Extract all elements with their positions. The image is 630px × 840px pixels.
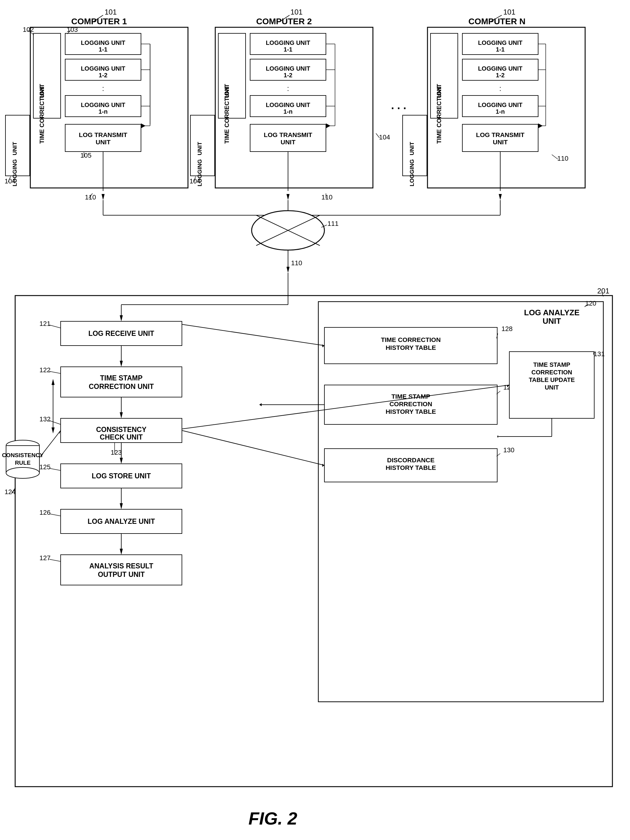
svg-text:1-2: 1-2 [284,72,292,79]
main-diagram-svg: COMPUTER 1 101 TIME CORRECTION UNIT 102 … [0,0,630,840]
svg-point-193 [6,440,39,451]
svg-text:CORRECTION: CORRECTION [532,369,572,376]
svg-text:LOGGING: LOGGING [11,159,18,186]
svg-rect-152 [509,352,594,418]
svg-text:HISTORY TABLE: HISTORY TABLE [386,408,436,415]
svg-point-119 [252,211,324,250]
svg-text:LOGGING UNIT: LOGGING UNIT [81,39,126,46]
svg-text:122: 122 [39,366,51,374]
svg-text:LOG RECEIVE UNIT: LOG RECEIVE UNIT [88,330,154,337]
svg-rect-45 [250,33,326,55]
svg-rect-214 [61,509,182,534]
svg-text:120: 120 [585,300,596,307]
svg-text:LOGGING UNIT: LOGGING UNIT [478,65,523,72]
svg-text:FIG. 2: FIG. 2 [248,808,297,828]
svg-rect-76 [431,33,458,118]
svg-line-75 [491,15,502,21]
svg-rect-79 [463,33,538,55]
svg-text:1-n: 1-n [98,108,107,115]
svg-marker-125 [286,267,289,273]
svg-line-197 [11,488,15,493]
svg-text:LOGGING: LOGGING [409,159,415,186]
svg-line-151 [497,453,500,456]
svg-text:130: 130 [503,446,515,454]
svg-text:LOGGING: LOGGING [196,159,203,186]
svg-line-123 [321,225,327,227]
svg-text:UNIT: UNIT [196,142,203,155]
svg-marker-112 [286,194,289,200]
svg-text:HISTORY TABLE: HISTORY TABLE [386,464,436,471]
svg-marker-163 [259,403,262,406]
svg-text:105: 105 [81,152,92,159]
svg-line-140 [497,333,498,338]
svg-rect-208 [61,464,182,488]
svg-line-41 [280,15,289,21]
svg-rect-86 [463,95,538,117]
svg-rect-183 [61,418,182,442]
svg-rect-38 [215,27,373,188]
svg-text:TIME CORRECTION: TIME CORRECTION [436,87,442,144]
svg-text:UNIT: UNIT [11,142,18,155]
svg-rect-194 [6,445,39,473]
svg-rect-8 [65,33,141,55]
svg-rect-42 [218,33,246,118]
svg-line-189 [49,420,61,425]
svg-text:TIME CORRECTION: TIME CORRECTION [381,336,441,343]
svg-marker-213 [120,503,123,509]
page: COMPUTER 1 101 TIME CORRECTION UNIT 102 … [0,0,630,840]
svg-text:LOGGING UNIT: LOGGING UNIT [266,65,311,72]
svg-line-102 [552,155,558,159]
svg-text:UNIT: UNIT [545,384,559,391]
svg-text::: : [287,84,289,92]
svg-text:LOG TRANSMIT: LOG TRANSMIT [264,131,312,138]
svg-rect-20 [65,124,141,152]
svg-text:127: 127 [39,554,51,562]
svg-line-164 [182,324,324,346]
svg-line-37 [8,177,11,182]
svg-text:104: 104 [5,177,16,185]
svg-text:1-2: 1-2 [496,72,505,79]
svg-rect-136 [324,327,497,364]
svg-marker-96 [538,123,543,128]
svg-text:1-1: 1-1 [99,46,107,53]
svg-line-202 [182,431,324,465]
svg-marker-169 [120,315,123,321]
svg-line-200 [39,431,61,458]
svg-text:UNIT: UNIT [493,139,508,145]
svg-text:LOGGING UNIT: LOGGING UNIT [81,101,126,108]
svg-line-121 [256,215,320,246]
svg-line-104 [89,193,93,198]
svg-text:1-n: 1-n [283,108,292,115]
svg-rect-55 [250,124,326,152]
svg-rect-64 [190,115,215,176]
svg-text:110: 110 [321,193,333,201]
svg-text:UNIT: UNIT [436,84,442,98]
svg-text:CONSISTENCY: CONSISTENCY [2,452,44,458]
svg-marker-182 [120,412,123,418]
svg-text:. . .: . . . [391,99,406,112]
svg-text:UNIT: UNIT [409,142,415,155]
svg-text:132: 132 [39,415,51,423]
svg-rect-98 [403,115,427,176]
svg-text:1-2: 1-2 [99,72,107,79]
svg-line-217 [49,514,61,516]
svg-line-146 [497,391,500,394]
svg-text:TABLE UPDATE: TABLE UPDATE [529,376,575,383]
svg-text:110: 110 [291,259,302,267]
svg-text:129: 129 [503,384,515,391]
svg-marker-165 [322,344,324,347]
svg-text:110: 110 [557,155,568,162]
svg-marker-62 [326,123,330,128]
svg-marker-106 [101,194,104,200]
svg-text:LOGGING UNIT: LOGGING UNIT [478,101,523,108]
svg-text:LOGGING UNIT: LOGGING UNIT [266,101,311,108]
svg-text:LOG STORE UNIT: LOG STORE UNIT [92,472,151,480]
svg-text:UNIT: UNIT [96,139,111,145]
svg-text:102: 102 [23,26,34,33]
svg-marker-207 [120,458,123,464]
svg-line-180 [49,371,61,373]
svg-rect-220 [61,555,182,585]
svg-marker-219 [120,549,123,555]
svg-rect-48 [250,59,326,81]
svg-line-68 [194,177,196,182]
